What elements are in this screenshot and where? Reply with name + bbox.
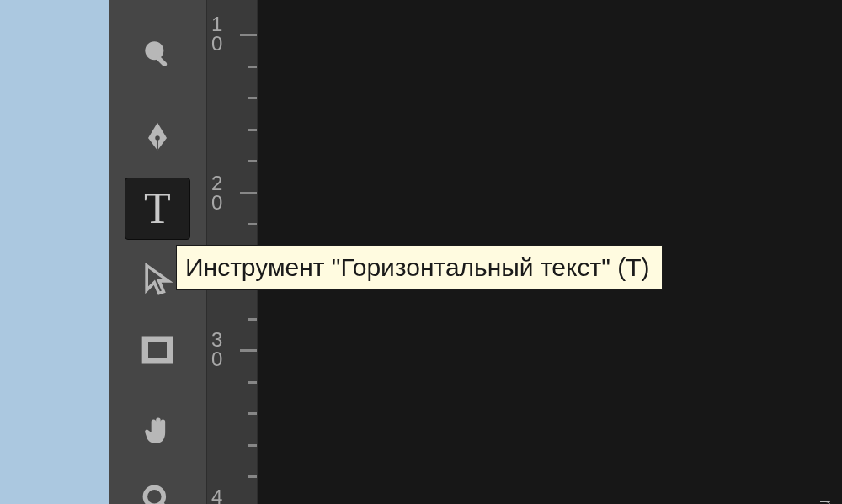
ruler-tick [248, 66, 257, 68]
svg-rect-1 [156, 56, 168, 67]
crop-tool[interactable] [127, 0, 188, 13]
ruler-label: 1 0 [211, 15, 237, 54]
eyedropper-tool[interactable] [127, 24, 188, 84]
rectangle-icon [139, 332, 176, 369]
zoom-tool[interactable] [127, 470, 188, 504]
tooltip-text: Инструмент "Горизонтальный текст" (T) [185, 253, 650, 282]
ruler-label: 2 0 [211, 174, 237, 213]
ruler-tick [248, 318, 257, 321]
zoom-icon [139, 481, 176, 504]
ruler-tick [248, 412, 257, 415]
ruler-tick [248, 444, 257, 447]
tool-tooltip: Инструмент "Горизонтальный текст" (T) [176, 245, 663, 290]
ruler-tick [248, 129, 257, 131]
ruler-tick [248, 475, 257, 478]
crop-icon [139, 0, 176, 2]
watermark: kkdd.livemaster.ru [813, 499, 835, 504]
ruler-label: 3 0 [211, 331, 237, 369]
svg-rect-4 [145, 339, 169, 361]
ruler-tick [248, 160, 257, 162]
text-icon: T [144, 187, 171, 231]
ruler-tick [248, 97, 257, 99]
text-tool[interactable]: T [125, 178, 190, 240]
ruler-tick [240, 34, 257, 36]
ruler-tick [248, 223, 257, 225]
pen-icon [139, 119, 176, 157]
ruler-tick [240, 349, 257, 352]
hand-tool[interactable] [127, 402, 188, 463]
ruler-tick [240, 192, 257, 194]
svg-point-5 [145, 487, 163, 504]
ruler-tick [248, 381, 257, 384]
hand-icon [139, 414, 176, 451]
rectangle-tool[interactable] [127, 320, 188, 380]
pen-tool[interactable] [127, 108, 188, 168]
ruler-label: 4 0 [211, 488, 237, 504]
selection-arrow-icon [139, 261, 176, 298]
eyedropper-icon [139, 35, 176, 72]
